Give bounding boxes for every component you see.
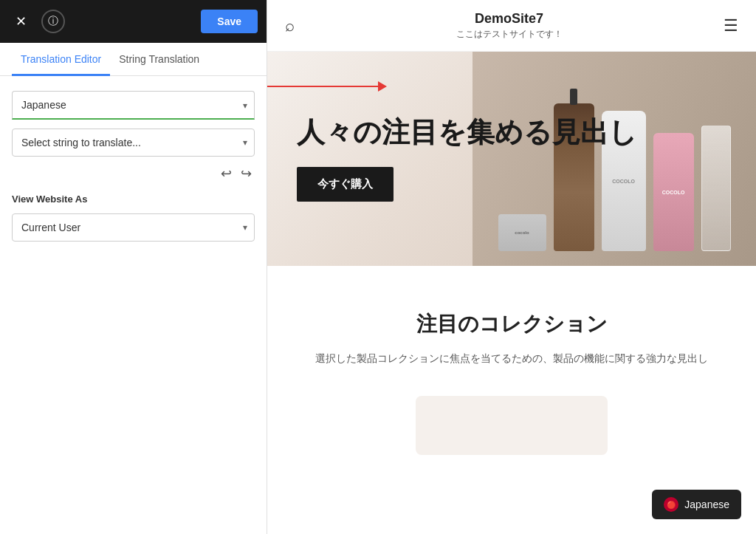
user-select[interactable]: Current User Guest Admin (12, 213, 255, 242)
right-panel: ⌕ DemoSite7 ここはテストサイトです！ ☰ 人々の注目を集める見出し … (267, 0, 756, 534)
string-select-wrapper: Select string to translate... ▾ (12, 129, 255, 157)
tab-translation-editor[interactable]: Translation Editor (12, 43, 110, 76)
collection-image-placeholder (416, 396, 608, 455)
hero-section: 人々の注目を集める見出し 今すぐ購入 cocolo COCOLO COCOLO (267, 52, 756, 266)
hero-title: 人々の注目を集める見出し (297, 116, 637, 150)
red-arrow (267, 81, 387, 92)
site-subtitle: ここはテストサイトです！ (456, 28, 563, 41)
hero-cta-button[interactable]: 今すぐ購入 (297, 167, 394, 202)
left-panel: ✕ ⓘ Save Translation Editor String Trans… (0, 0, 267, 534)
arrow-overlay (267, 81, 387, 92)
redo-button[interactable]: ↪ (241, 165, 252, 182)
product-bottle-clear (701, 126, 731, 251)
close-button[interactable]: ✕ (9, 10, 32, 33)
search-icon[interactable]: ⌕ (285, 16, 295, 35)
site-title-block: DemoSite7 ここはテストサイトです！ (456, 11, 563, 41)
undo-redo-bar: ↩ ↪ (12, 165, 255, 182)
user-select-wrapper: Current User Guest Admin ▾ (12, 213, 255, 242)
collection-description: 選択した製品コレクションに焦点を当てるための、製品の機能に関する強力な見出し (297, 350, 726, 366)
undo-button[interactable]: ↩ (221, 165, 232, 182)
panel-content: Japanese English French German Spanish ▾… (0, 76, 267, 256)
collection-title: 注目のコレクション (297, 310, 726, 338)
site-header: ⌕ DemoSite7 ここはテストサイトです！ ☰ (267, 0, 756, 52)
save-button[interactable]: Save (201, 10, 258, 33)
hamburger-menu-icon[interactable]: ☰ (724, 18, 738, 34)
arrow-line (267, 86, 378, 87)
arrow-head (378, 81, 387, 92)
top-bar: ✕ ⓘ Save (0, 0, 267, 43)
tab-bar: Translation Editor String Translation (0, 43, 267, 76)
language-badge[interactable]: 🔴 Japanese (652, 490, 741, 519)
site-title: DemoSite7 (456, 11, 563, 27)
hero-content: 人々の注目を集める見出し 今すぐ購入 (267, 86, 667, 232)
string-select[interactable]: Select string to translate... (12, 129, 255, 157)
info-button[interactable]: ⓘ (41, 10, 65, 33)
view-website-as-label: View Website As (12, 194, 255, 205)
language-select[interactable]: Japanese English French German Spanish (12, 91, 255, 120)
japan-flag-icon: 🔴 (664, 497, 678, 512)
tab-string-translation[interactable]: String Translation (110, 43, 208, 76)
collection-section: 注目のコレクション 選択した製品コレクションに焦点を当てるための、製品の機能に関… (267, 266, 756, 485)
info-icon: ⓘ (48, 15, 58, 28)
language-select-wrapper: Japanese English French German Spanish ▾ (12, 91, 255, 120)
language-badge-label: Japanese (684, 499, 729, 510)
